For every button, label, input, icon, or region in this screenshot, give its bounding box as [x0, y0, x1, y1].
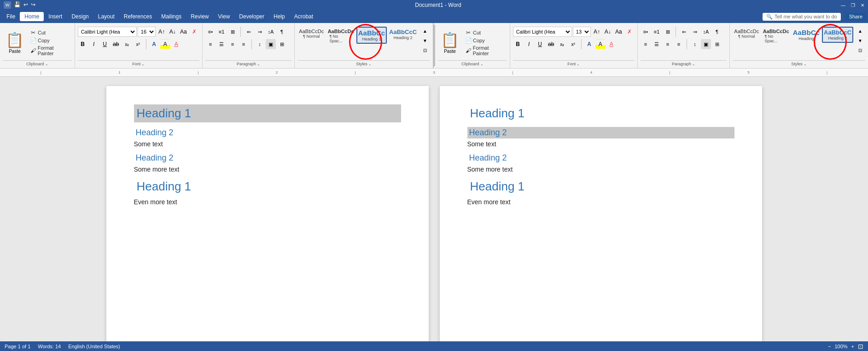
text-effects-button-right[interactable]: A — [584, 39, 594, 49]
menu-review[interactable]: Review — [186, 12, 213, 21]
align-center-button-right[interactable]: ☰ — [652, 39, 662, 49]
paste-button-left[interactable]: 📋 Paste — [3, 30, 27, 55]
right-h1-block[interactable]: Heading 1 — [467, 104, 734, 122]
cut-button-right[interactable]: ✂ Cut — [464, 29, 507, 36]
styles-scroll-up-right[interactable]: ▲ — [855, 27, 865, 35]
styles-scroll-down-left[interactable]: ▼ — [420, 36, 430, 45]
align-left-button-left[interactable]: ≡ — [205, 39, 216, 49]
page-left[interactable]: Heading 1 Heading 2 Some text Heading 2 … — [106, 86, 429, 341]
menu-help[interactable]: Help — [269, 12, 290, 21]
underline-button-left[interactable]: U — [100, 39, 110, 49]
multilevel-button-right[interactable]: ⊞ — [663, 27, 673, 37]
font-expand-icon-right[interactable]: ⌄ — [577, 62, 580, 66]
style-h2-right[interactable]: AaBbCcC Heading 2 — [822, 27, 853, 43]
style-normal-right[interactable]: AaBbCcDc ¶ Normal — [733, 27, 761, 40]
align-right-button-right[interactable]: ≡ — [663, 39, 673, 49]
search-bar[interactable]: 🔍 Tell me what you want to do — [763, 13, 841, 21]
font-grow-button-right[interactable]: A↑ — [592, 27, 602, 37]
bullets-button-left[interactable]: ≡• — [205, 27, 216, 37]
fit-page-button[interactable]: ⊡ — [858, 343, 863, 350]
paste-button-right[interactable]: 📋 Paste — [438, 30, 462, 55]
zoom-out-button[interactable]: − — [828, 344, 831, 349]
clear-format-button-left[interactable]: ✗ — [189, 27, 199, 37]
shading-button-left[interactable]: ▣ — [266, 39, 276, 49]
strikethrough-button-right[interactable]: ab — [546, 39, 556, 49]
menu-insert[interactable]: Insert — [44, 12, 67, 21]
align-right-button-left[interactable]: ≡ — [227, 39, 238, 49]
font-grow-button-left[interactable]: A↑ — [157, 27, 167, 37]
styles-scroll-down-right[interactable]: ▼ — [855, 36, 865, 45]
font-expand-icon-left[interactable]: ⌄ — [141, 62, 145, 66]
style-h1-left[interactable]: AaBbCc Heading 1 — [356, 27, 387, 44]
align-center-button-left[interactable]: ☰ — [216, 39, 227, 49]
font-shrink-button-left[interactable]: A↓ — [168, 27, 178, 37]
borders-button-right[interactable]: ⊞ — [712, 39, 722, 49]
right-h1-block-2[interactable]: Heading 1 — [467, 178, 734, 196]
cut-button-left[interactable]: ✂ Cut — [29, 29, 72, 36]
font-color-button-right[interactable]: A — [606, 39, 617, 49]
sort-button-right[interactable]: ↕A — [701, 27, 711, 37]
menu-design[interactable]: Design — [67, 12, 93, 21]
align-left-button-right[interactable]: ≡ — [641, 39, 651, 49]
style-h2-left[interactable]: AaBbCcC Heading 2 — [388, 27, 418, 42]
menu-file[interactable]: File — [2, 12, 20, 21]
style-nospace-right[interactable]: AaBbCcDc ¶ No Spac... — [762, 27, 791, 45]
multilevel-button-left[interactable]: ⊞ — [227, 27, 238, 37]
font-color-button-left[interactable]: A — [171, 39, 181, 49]
decrease-indent-button-left[interactable]: ⇐ — [244, 27, 254, 37]
quick-access-save[interactable]: 💾 — [14, 1, 21, 9]
justify-button-left[interactable]: ≡ — [239, 39, 249, 49]
increase-indent-button-left[interactable]: ⇒ — [255, 27, 265, 37]
show-marks-button-left[interactable]: ¶ — [277, 27, 287, 37]
decrease-indent-button-right[interactable]: ⇐ — [679, 27, 689, 37]
zoom-in-button[interactable]: + — [851, 344, 854, 349]
page-right[interactable]: Heading 1 Heading 2 Some text Heading 2 … — [440, 86, 762, 341]
bold-button-left[interactable]: B — [78, 39, 88, 49]
styles-scroll-up-left[interactable]: ▲ — [420, 27, 430, 35]
format-painter-button-left[interactable]: 🖌 Format Painter — [29, 45, 72, 57]
change-case-button-left[interactable]: Aa — [179, 27, 189, 37]
font-name-select-right[interactable]: Calibri Light (Hea — [513, 27, 572, 37]
quick-access-redo[interactable]: ↪ — [31, 1, 35, 9]
minimize-button[interactable]: — — [841, 3, 845, 8]
shading-button-right[interactable]: ▣ — [701, 39, 711, 49]
superscript-button-left[interactable]: x² — [133, 39, 143, 49]
close-button[interactable]: ✕ — [861, 3, 864, 8]
styles-expand-icon-left[interactable]: ⌄ — [368, 62, 372, 66]
styles-expand-icon-right[interactable]: ⌄ — [804, 62, 807, 66]
borders-button-left[interactable]: ⊞ — [277, 39, 287, 49]
copy-button-left[interactable]: 📄 Copy — [29, 37, 72, 44]
style-h1-right[interactable]: AaBbCc Heading — [792, 27, 821, 43]
menu-developer[interactable]: Developer — [234, 12, 269, 21]
style-normal-left[interactable]: AaBbCcDc ¶ Normal — [297, 27, 326, 40]
clipboard-expand-icon-right[interactable]: ⌄ — [480, 62, 484, 66]
show-marks-button-right[interactable]: ¶ — [712, 27, 722, 37]
bullets-button-right[interactable]: ≡• — [641, 27, 651, 37]
font-size-select-right[interactable]: 13 — [573, 27, 591, 37]
menu-references[interactable]: References — [119, 12, 157, 21]
subscript-button-left[interactable]: x₂ — [122, 39, 132, 49]
numbering-button-right[interactable]: ≡1 — [652, 27, 662, 37]
left-h1-block-2[interactable]: Heading 1 — [134, 178, 401, 196]
increase-indent-button-right[interactable]: ⇒ — [690, 27, 700, 37]
left-h1-block[interactable]: Heading 1 — [134, 104, 401, 122]
restore-button[interactable]: ❐ — [851, 3, 855, 8]
line-spacing-button-left[interactable]: ↕ — [255, 39, 265, 49]
left-h2-block-2[interactable]: Heading 2 — [134, 152, 401, 164]
menu-mailings[interactable]: Mailings — [157, 12, 186, 21]
clear-format-button-right[interactable]: ✗ — [624, 27, 635, 37]
italic-button-right[interactable]: I — [524, 39, 534, 49]
strikethrough-button-left[interactable]: ab — [111, 39, 121, 49]
font-size-select-left[interactable]: 16 — [138, 27, 156, 37]
menu-layout[interactable]: Layout — [93, 12, 119, 21]
copy-button-right[interactable]: 📄 Copy — [464, 37, 507, 44]
styles-more-left[interactable]: ⊡ — [420, 46, 430, 54]
underline-button-right[interactable]: U — [535, 39, 545, 49]
line-spacing-button-right[interactable]: ↕ — [690, 39, 700, 49]
styles-more-right[interactable]: ⊡ — [855, 46, 865, 54]
menu-view[interactable]: View — [214, 12, 235, 21]
italic-button-left[interactable]: I — [89, 39, 99, 49]
right-h2-block-2[interactable]: Heading 2 — [467, 152, 734, 164]
bold-button-right[interactable]: B — [513, 39, 523, 49]
font-shrink-button-right[interactable]: A↓ — [603, 27, 613, 37]
